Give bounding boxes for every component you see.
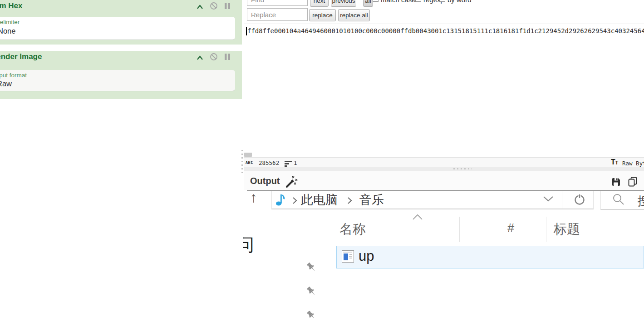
disable-icon[interactable] [210,2,218,12]
arg-label: Delimiter [0,19,20,25]
find-next-button[interactable]: next [310,0,329,7]
regexp-checkbox[interactable] [415,0,421,2]
dropdown-chevron-icon [542,195,554,204]
up-arrow-icon: ↑ [250,189,257,206]
recipe-pane: From Hex Delimiter None Render Image [0,0,242,318]
find-input[interactable] [247,0,308,6]
text-encoding-icon[interactable]: TT [611,158,618,166]
operation-title: From Hex [0,1,22,10]
breadcrumb-chevron-icon [292,197,297,206]
address-bar: 此电脑 音乐 [271,191,594,209]
breakpoint-pause-icon[interactable] [224,2,231,11]
column-separator [459,217,460,242]
cyberchef-app: From Hex Delimiter None Render Image [0,0,644,318]
save-icon[interactable] [611,177,621,189]
magic-wand-icon[interactable] [284,175,298,190]
search-placeholder-text: 搜 [638,193,644,209]
breakpoint-pause-icon[interactable] [224,53,231,62]
disable-icon[interactable] [210,53,218,63]
input-format-dropdown[interactable]: Input format Raw [0,70,235,91]
pin-icon [305,259,318,277]
operation-from-hex[interactable]: From Hex Delimiter None [0,0,242,45]
file-thumbnail-icon [342,250,354,264]
io-divider[interactable] [244,167,644,171]
search-panel-divider [244,24,644,24]
arg-label: Input format [0,72,27,79]
io-divider-grip[interactable] [453,168,472,169]
input-status-bar: ABC 285562 1 TT Raw Bytes [244,157,644,167]
explorer-search-box: 搜 [600,191,644,210]
pin-icon [305,307,318,318]
breadcrumb-this-pc: 此电脑 [301,192,338,208]
music-note-icon [275,193,286,208]
horizontal-scrollbar-thumb[interactable] [244,153,252,157]
copy-icon[interactable] [628,177,638,189]
replace-all-button[interactable]: replace all [338,9,370,21]
pane-splitter[interactable] [243,0,243,318]
collapse-icon[interactable] [197,3,203,11]
match-case-label: match case [381,0,416,4]
find-all-button[interactable]: all [363,0,373,7]
operation-title: Render Image [0,52,42,61]
breadcrumb-music: 音乐 [359,192,384,208]
column-header-title: 标题 [554,220,580,238]
column-header-number: # [507,221,514,235]
breadcrumb-chevron-icon [347,197,352,206]
input-text[interactable]: ffd8ffe000104a4649460001010100c000c00000… [247,27,644,36]
search-icon [612,193,625,208]
operation-render-image[interactable]: Render Image Input format Raw [0,51,242,99]
replace-input[interactable] [247,8,308,21]
arg-value: None [0,27,15,35]
by-word-label: by word [447,0,472,4]
file-name: up [359,248,374,264]
output-header [244,171,644,190]
sort-caret-icon [412,214,423,222]
column-separator [546,217,546,242]
character-count-icon: ABC [246,160,253,165]
clipped-nav-text: 问 [243,232,256,253]
character-count: 285562 [259,159,279,166]
collapse-icon[interactable] [197,54,203,62]
by-word-checkbox[interactable] [439,0,445,2]
delimiter-dropdown[interactable]: Delimiter None [0,17,235,40]
address-bar-separator [562,191,562,209]
pane-splitter-grip[interactable] [241,150,243,175]
column-header-name: 名称 [339,220,366,238]
line-count: 1 [294,159,297,166]
text-cursor [246,27,247,35]
find-previous-button[interactable]: previous [331,0,356,7]
arg-value: Raw [0,80,12,88]
partial-char: 问 [243,232,254,253]
selected-file-row: up [336,246,644,268]
input-encoding-selector[interactable]: Raw Bytes [622,160,644,167]
pin-icon [305,283,318,301]
refresh-icon [573,193,586,208]
output-title: Output [250,176,280,186]
replace-button[interactable]: replace [309,9,336,21]
match-case-checkbox[interactable] [373,0,379,2]
